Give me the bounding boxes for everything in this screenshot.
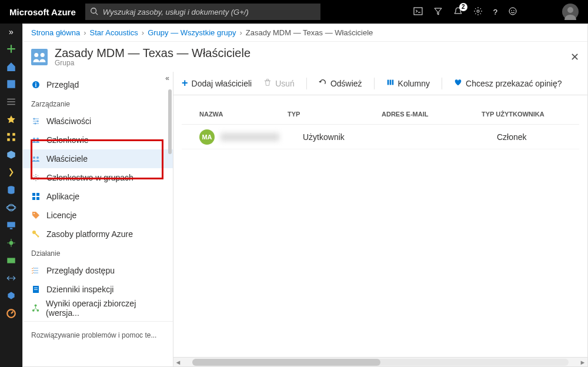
- scroll-thumb[interactable]: [192, 359, 380, 366]
- table-row[interactable]: MA Użytkownik Członek: [182, 125, 579, 149]
- breadcrumb-current: Zasady MDM — Texas — Właściciele: [246, 28, 373, 37]
- add-owners-button[interactable]: + Dodaj właścicieli: [182, 77, 252, 89]
- svg-line-1: [95, 13, 98, 15]
- remove-button: Usuń: [263, 78, 295, 88]
- svg-point-5: [511, 10, 512, 11]
- section-troubleshoot: Rozwiązywanie problemów i pomoc te...: [23, 321, 173, 343]
- search-icon: [90, 7, 98, 17]
- menu-label: Licencje: [46, 211, 76, 220]
- breadcrumb-link[interactable]: Strona główna: [31, 28, 80, 37]
- hierarchy-icon: [31, 303, 40, 313]
- svg-rect-46: [389, 80, 391, 85]
- help-icon[interactable]: ?: [493, 8, 497, 16]
- feedback-button[interactable]: Chcesz przekazać opinię?: [454, 78, 562, 88]
- svg-rect-36: [36, 197, 39, 200]
- svg-point-3: [477, 10, 479, 12]
- cloud-shell-icon[interactable]: [413, 6, 423, 18]
- menu-access-reviews[interactable]: Przeglądy dostępu: [23, 261, 173, 280]
- nav-menu-icon[interactable]: [6, 96, 16, 107]
- menu-azure-resources[interactable]: Zasoby platformy Azure: [23, 225, 173, 243]
- search-input[interactable]: [85, 4, 320, 20]
- notification-badge: 2: [459, 3, 467, 11]
- menu-bulk-results[interactable]: Wyniki operacji zbiorczej (wersja...: [23, 299, 173, 318]
- nav-monitor-icon[interactable]: [6, 308, 16, 319]
- page-title: Zasady MDM — Texas — Właściciele: [55, 46, 250, 60]
- scroll-right-icon[interactable]: ►: [578, 359, 587, 366]
- menu-applications[interactable]: Aplikacje: [23, 187, 173, 206]
- svg-point-18: [9, 241, 14, 245]
- table-header: NAZWA TYP ADRES E-MAIL TYP UŻYTKOWNIKA: [182, 104, 579, 125]
- menu-licenses[interactable]: Licencje: [23, 206, 173, 225]
- expand-nav-icon[interactable]: »: [9, 27, 14, 36]
- svg-rect-41: [34, 289, 38, 290]
- horizontal-scrollbar[interactable]: ◄ ►: [173, 357, 587, 366]
- chevron-right-icon: ›: [142, 28, 144, 37]
- nav-grid-icon[interactable]: [6, 132, 16, 142]
- nav-network-icon[interactable]: [6, 273, 16, 283]
- top-actions: 2 ?: [413, 4, 579, 20]
- svg-text:i: i: [35, 82, 37, 88]
- svg-point-22: [41, 53, 45, 57]
- breadcrumb-link[interactable]: Grupy — Wszystkie grupy: [148, 28, 236, 37]
- svg-point-31: [36, 156, 39, 159]
- svg-point-21: [34, 53, 38, 57]
- nav-cosmos-icon[interactable]: [6, 202, 16, 213]
- scroll-track[interactable]: [192, 359, 569, 366]
- members-icon: [31, 135, 41, 145]
- apps-icon: [31, 192, 41, 201]
- collapse-panel-icon[interactable]: «: [165, 74, 169, 82]
- side-panel: « i Przegląd Zarządzanie Właściwości Czł…: [23, 72, 173, 366]
- title-bar: Zasady MDM — Texas — Właściciele Grupa ✕: [23, 42, 587, 72]
- menu-members[interactable]: Członkowie: [23, 131, 173, 149]
- plus-icon: +: [182, 77, 188, 89]
- nav-sql-icon[interactable]: [6, 185, 16, 195]
- chevron-right-icon: ›: [239, 28, 242, 37]
- svg-rect-35: [32, 197, 35, 200]
- menu-properties[interactable]: Właściwości: [23, 112, 173, 131]
- book-icon: [31, 285, 41, 294]
- settings-icon[interactable]: [473, 6, 483, 18]
- chevron-right-icon: ›: [83, 28, 86, 37]
- notifications-icon[interactable]: 2: [453, 6, 463, 18]
- scroll-left-icon[interactable]: ◄: [173, 359, 183, 366]
- menu-label: Właściciele: [46, 154, 88, 164]
- svg-rect-34: [36, 193, 39, 196]
- svg-rect-40: [34, 288, 38, 288]
- svg-point-26: [37, 121, 39, 122]
- section-manage: Zarządzanie: [23, 94, 173, 112]
- user-avatar[interactable]: [562, 4, 579, 20]
- key-icon: [31, 229, 41, 239]
- breadcrumb-link[interactable]: Star Acoustics: [89, 28, 138, 37]
- nav-storage-icon[interactable]: [6, 255, 16, 266]
- menu-label: Członkostwo w grupach: [46, 173, 133, 182]
- blurred-name: [220, 133, 279, 141]
- nav-dashboard-icon[interactable]: [6, 79, 16, 89]
- nav-home-icon[interactable]: [6, 61, 16, 72]
- refresh-button[interactable]: Odśwież: [319, 78, 362, 88]
- col-email[interactable]: ADRES E-MAIL: [382, 111, 482, 118]
- nav-aad-icon[interactable]: [6, 291, 16, 301]
- close-icon[interactable]: ✕: [570, 51, 579, 64]
- menu-owners[interactable]: Właściciele: [23, 149, 173, 168]
- filter-icon[interactable]: [433, 6, 443, 18]
- nav-vm-icon[interactable]: [6, 220, 16, 231]
- col-type[interactable]: TYP: [288, 111, 382, 118]
- nav-favorite-icon[interactable]: [6, 114, 16, 125]
- col-name[interactable]: NAZWA: [182, 111, 288, 118]
- menu-group-membership[interactable]: Członkostwo w grupach: [23, 168, 173, 187]
- menu-audit-logs[interactable]: Dzienniki inspekcji: [23, 280, 173, 299]
- refresh-icon: [319, 78, 327, 88]
- scrollbar-thumb[interactable]: [168, 89, 172, 154]
- svg-point-28: [33, 138, 35, 140]
- feedback-icon[interactable]: [508, 6, 517, 18]
- col-utype[interactable]: TYP UŻYTKOWNIKA: [482, 111, 564, 118]
- menu-overview[interactable]: i Przegląd: [23, 75, 173, 94]
- nav-function-icon[interactable]: [6, 167, 16, 178]
- columns-button[interactable]: Kolumny: [386, 78, 430, 88]
- nav-loadbal-icon[interactable]: [6, 238, 16, 248]
- nav-box-icon[interactable]: [6, 149, 16, 160]
- cell-utype: Członek: [497, 132, 579, 142]
- global-search[interactable]: [85, 4, 320, 20]
- nav-create-icon[interactable]: [6, 44, 16, 54]
- svg-point-37: [34, 213, 35, 214]
